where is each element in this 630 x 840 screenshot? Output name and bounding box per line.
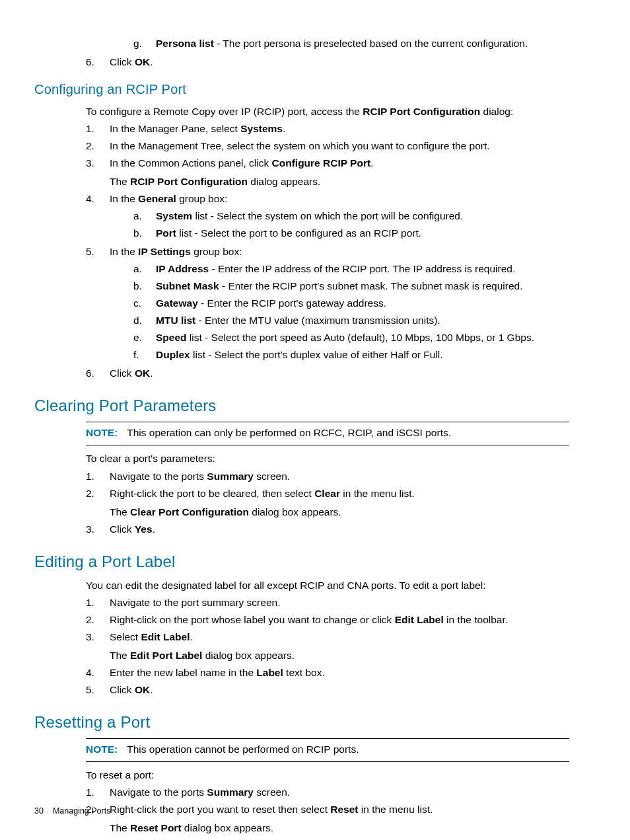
- note-text: This operation cannot be performed on RC…: [127, 744, 359, 755]
- page-number: 30: [34, 806, 44, 816]
- step-5: 5. In the IP Settings group box: a.IP Ad…: [86, 244, 569, 364]
- prior-list-tail: g. Persona list - The port persona is pr…: [86, 34, 569, 70]
- step-1: 1. Navigate to the ports Summary screen.: [86, 469, 569, 484]
- sub-d: d.MTU list - Enter the MTU value (maximu…: [133, 313, 569, 328]
- note-box: NOTE:This operation can only be performe…: [86, 422, 569, 445]
- intro-paragraph: You can edit the designated label for al…: [86, 578, 569, 593]
- step-2: 2. Right-click the port you want to rese…: [86, 802, 569, 836]
- bold: Persona list: [156, 38, 214, 49]
- sub-f: f.Duplex list - Select the port's duplex…: [133, 347, 569, 363]
- step-3: 3. Click Yes.: [86, 521, 569, 537]
- clear-steps: 1. Navigate to the ports Summary screen.…: [86, 469, 569, 537]
- step-2: 2. Right-click the port to be cleared, t…: [86, 486, 569, 520]
- sub-b: b.Port list - Select the port to be conf…: [133, 225, 569, 241]
- step-1: 1. In the Manager Pane, select Systems.: [86, 121, 569, 137]
- step-1: 1. Navigate to the ports Summary screen.: [86, 784, 569, 800]
- step-4: 4. In the General group box: a.System li…: [86, 191, 569, 243]
- note-box: NOTE:This operation cannot be performed …: [86, 738, 569, 762]
- marker: g.: [133, 36, 156, 52]
- heading-editing-port-label: Editing a Port Label: [34, 549, 569, 574]
- step-2: 2. Right-click on the port whose label y…: [86, 612, 569, 628]
- sub-c: c.Gateway - Enter the RCIP port's gatewa…: [133, 295, 569, 311]
- sub-b: b.Subnet Mask - Enter the RCIP port's su…: [133, 278, 569, 294]
- heading-clearing-port-parameters: Clearing Port Parameters: [34, 393, 569, 418]
- sub-a: a.IP Address - Enter the IP address of t…: [133, 261, 569, 277]
- note-label: NOTE:: [86, 744, 118, 755]
- intro-paragraph: To clear a port's parameters:: [86, 451, 569, 467]
- heading-resetting-a-port: Resetting a Port: [34, 710, 569, 734]
- step-3: 3. Select Edit Label. The Edit Port Labe…: [86, 629, 569, 664]
- sub-e: e.Speed list - Select the port speed as …: [133, 330, 569, 346]
- note-text: This operation can only be performed on …: [127, 427, 451, 438]
- rcip-steps: 1. In the Manager Pane, select Systems. …: [86, 121, 569, 381]
- marker: 6.: [86, 54, 110, 70]
- sub-item-g: g. Persona list - The port persona is pr…: [133, 36, 569, 52]
- heading-configuring-rcip-port: Configuring an RCIP Port: [34, 79, 569, 100]
- text: - The port persona is preselected based …: [214, 38, 528, 49]
- intro-paragraph: To configure a Remote Copy over IP (RCIP…: [86, 104, 569, 120]
- footer-title: Managing Ports: [53, 806, 111, 816]
- step-6: 6. Click OK.: [86, 365, 569, 381]
- step-1: 1. Navigate to the port summary screen.: [86, 595, 569, 611]
- step-4: 4. Enter the new label name in the Label…: [86, 665, 569, 681]
- reset-steps: 1. Navigate to the ports Summary screen.…: [86, 784, 569, 836]
- step-3: 3. In the Common Actions panel, click Co…: [86, 155, 569, 190]
- note-label: NOTE:: [86, 427, 118, 438]
- intro-paragraph: To reset a port:: [86, 767, 569, 783]
- sub-a: a.System list - Select the system on whi…: [133, 208, 569, 224]
- step-2: 2. In the Management Tree, select the sy…: [86, 138, 569, 154]
- edit-steps: 1. Navigate to the port summary screen. …: [86, 595, 569, 698]
- step-5: 5. Click OK.: [86, 682, 569, 698]
- step-6: 6. Click OK.: [86, 54, 569, 70]
- page-footer: 30Managing Ports: [34, 805, 110, 818]
